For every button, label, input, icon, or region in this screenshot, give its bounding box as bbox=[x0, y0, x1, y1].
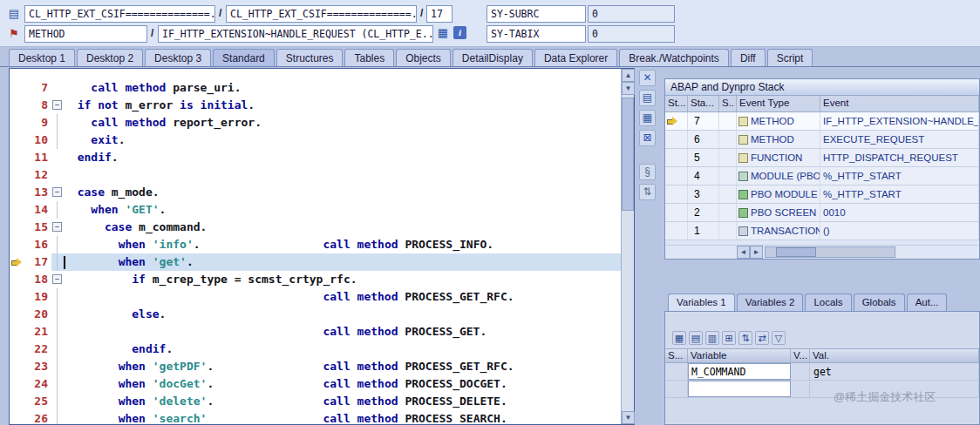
code-line[interactable]: 13− case m_mode. bbox=[10, 184, 621, 201]
table-insert-icon[interactable]: ⊞ bbox=[722, 331, 736, 345]
code-line[interactable]: 20 else. bbox=[10, 306, 621, 323]
code-line[interactable]: 14 when 'GET'. bbox=[10, 201, 621, 219]
variable-row[interactable]: M_COMMANDget bbox=[665, 363, 979, 381]
vscroll-thumb[interactable] bbox=[622, 98, 634, 211]
code-line[interactable]: 24 when 'docGet'. call method PROCESS_DO… bbox=[10, 375, 621, 393]
code-line[interactable]: 8− if not m_error is initial. bbox=[10, 97, 621, 114]
event-type-field[interactable]: METHOD bbox=[24, 25, 147, 43]
variable-name-input[interactable] bbox=[688, 381, 791, 397]
code-line[interactable]: 17 when 'get'. bbox=[10, 253, 621, 271]
table-grid-icon[interactable]: ▦ bbox=[436, 26, 450, 40]
main-program-field[interactable]: CL_HTTP_EXT_CSIF==============... bbox=[24, 5, 215, 23]
fold-column bbox=[51, 393, 64, 410]
stack-hscrollbar[interactable]: ◄ ► bbox=[665, 245, 979, 259]
code-line[interactable]: 18− if m_crep_type = scmst_crtyp_rfc. bbox=[10, 271, 621, 288]
stack-row[interactable]: 3PBO MODULE%_HTTP_START bbox=[665, 186, 979, 204]
copy-page-icon[interactable]: ▦ bbox=[639, 110, 656, 126]
tab-variables-2[interactable]: Variables 2 bbox=[737, 293, 804, 311]
tab-aut[interactable]: Aut... bbox=[907, 293, 948, 311]
tab-diff[interactable]: Diff bbox=[731, 49, 766, 66]
fold-line bbox=[57, 132, 58, 149]
tab-locals[interactable]: Locals bbox=[805, 293, 851, 311]
fold-collapse-icon[interactable]: − bbox=[52, 187, 62, 197]
include-field[interactable]: CL_HTTP_EXT_CSIF==============... bbox=[226, 5, 417, 23]
stack-row[interactable]: 5FUNCTIONHTTP_DISPATCH_REQUEST bbox=[665, 149, 979, 167]
stack-row[interactable]: 1TRANSACTION() bbox=[665, 222, 979, 240]
editor-vscrollbar[interactable]: ▲ ▼ ▼ bbox=[621, 69, 634, 424]
close-icon[interactable]: ✕ bbox=[639, 70, 656, 86]
tab-desktop-3[interactable]: Desktop 3 bbox=[145, 49, 211, 66]
stack-column-header-st[interactable]: St... bbox=[665, 96, 688, 111]
code-line[interactable]: 11 endif. bbox=[10, 149, 621, 166]
tab-desktop-2[interactable]: Desktop 2 bbox=[77, 49, 143, 66]
tab-objects[interactable]: Objects bbox=[396, 49, 451, 66]
line-margin bbox=[10, 114, 25, 132]
code-line[interactable]: 26 when 'search' call method PROCESS_SEA… bbox=[10, 410, 621, 424]
stack-column-header-sta[interactable]: Sta... bbox=[688, 96, 719, 111]
hscroll-track[interactable] bbox=[765, 246, 895, 258]
event-field[interactable]: IF_HTTP_EXTENSION~HANDLE_REQUEST (CL_HTT… bbox=[158, 25, 433, 43]
link-icon[interactable]: § bbox=[639, 164, 656, 180]
variables-column-header-v[interactable]: V... bbox=[791, 349, 810, 362]
tab-desktop-1[interactable]: Desktop 1 bbox=[9, 49, 75, 66]
sort-swap-icon[interactable]: ⇅ bbox=[738, 331, 752, 345]
sort-icon[interactable]: ⇅ bbox=[639, 184, 656, 200]
code-line[interactable]: 23 when 'getPDF'. call method PROCESS_GE… bbox=[10, 358, 621, 375]
stack-row[interactable]: 7METHODIF_HTTP_EXTENSION~HANDLE_REQUEST bbox=[665, 112, 979, 131]
sy-tabix-label-field[interactable]: SY-TABIX bbox=[487, 25, 586, 43]
tab-structures[interactable]: Structures bbox=[276, 49, 344, 66]
scroll-up-button[interactable]: ▲ bbox=[622, 69, 635, 82]
scroll-right-button[interactable]: ► bbox=[750, 246, 763, 259]
code-line[interactable]: 9 call method report_error. bbox=[10, 114, 621, 132]
tab-globals[interactable]: Globals bbox=[854, 293, 905, 311]
fold-collapse-icon[interactable]: − bbox=[52, 222, 62, 232]
variables-column-header-variable[interactable]: Variable bbox=[688, 349, 791, 362]
fold-line bbox=[57, 358, 58, 375]
fold-line bbox=[57, 201, 58, 219]
tab-variables-1[interactable]: Variables 1 bbox=[668, 293, 735, 311]
variables-column-header-val[interactable]: Val. bbox=[810, 349, 979, 362]
line-number-field[interactable]: 17 bbox=[426, 5, 453, 23]
code-line[interactable]: 10 exit. bbox=[10, 132, 621, 149]
stack-row[interactable]: 4MODULE (PBO)%_HTTP_START bbox=[665, 167, 979, 186]
tab-standard[interactable]: Standard bbox=[213, 49, 275, 66]
code-line[interactable]: 15− case m_command. bbox=[10, 219, 621, 236]
tab-script[interactable]: Script bbox=[767, 49, 813, 66]
sy-subrc-label-field[interactable]: SY-SUBRC bbox=[487, 5, 586, 23]
filter-icon[interactable]: ▽ bbox=[772, 331, 786, 345]
code-line[interactable]: 7 call method parse_uri. bbox=[10, 79, 621, 97]
transfer-icon[interactable]: ⇄ bbox=[755, 331, 769, 345]
tab-detaildisplay[interactable]: DetailDisplay bbox=[453, 49, 533, 66]
code-line[interactable]: 21 call method PROCESS_GET. bbox=[10, 323, 621, 341]
table-display-icon[interactable]: ▥ bbox=[705, 331, 719, 345]
scroll-down-line-button[interactable]: ▼ bbox=[622, 82, 635, 95]
stack-column-header-s[interactable]: S.. bbox=[719, 96, 737, 111]
code-line[interactable]: 12 bbox=[10, 166, 621, 184]
code-line[interactable]: 16 when 'info'. call method PROCESS_INFO… bbox=[10, 236, 621, 253]
code-line[interactable]: 22 endif. bbox=[10, 341, 621, 358]
tab-data-explorer[interactable]: Data Explorer bbox=[534, 49, 617, 66]
tab-tables[interactable]: Tables bbox=[344, 49, 394, 66]
table-icon[interactable]: ▤ bbox=[689, 331, 703, 345]
variable-name-input[interactable]: M_COMMAND bbox=[688, 363, 791, 380]
new-page-icon[interactable]: ▤ bbox=[639, 90, 656, 106]
hscroll-thumb[interactable] bbox=[776, 247, 816, 257]
scroll-left-button[interactable]: ◄ bbox=[737, 246, 750, 259]
tab-break-watchpoints[interactable]: Break./Watchpoints bbox=[619, 49, 729, 66]
stack-row[interactable]: 2PBO SCREEN0010 bbox=[665, 204, 979, 222]
code-line[interactable]: 25 when 'delete'. call method PROCESS_DE… bbox=[10, 393, 621, 410]
stack-column-header-event[interactable]: Event bbox=[820, 96, 979, 111]
fold-collapse-icon[interactable]: − bbox=[52, 100, 62, 110]
trash-icon[interactable]: ▦ bbox=[672, 331, 686, 345]
info-icon[interactable]: i bbox=[453, 26, 466, 39]
stack-column-header-event-type[interactable]: Event Type bbox=[737, 96, 820, 111]
stack-row[interactable]: 6METHODEXECUTE_REQUEST bbox=[665, 131, 979, 149]
scroll-down-button[interactable]: ▼ bbox=[622, 411, 635, 424]
code-line[interactable]: 19 call method PROCESS_GET_RFC. bbox=[10, 288, 621, 306]
select-block-icon[interactable]: ⊠ bbox=[639, 130, 656, 146]
fold-collapse-icon[interactable]: − bbox=[52, 274, 62, 284]
variables-column-header-s[interactable]: S... bbox=[665, 349, 688, 362]
stack-current-cell bbox=[665, 131, 688, 148]
code-text: case m_command. bbox=[64, 219, 621, 236]
code-editor[interactable]: 7 call method parse_uri.8− if not m_erro… bbox=[9, 68, 635, 425]
